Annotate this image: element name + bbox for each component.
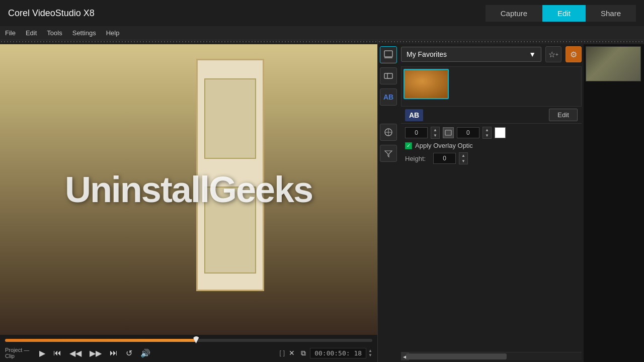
height-value[interactable]: 0 — [433, 153, 456, 164]
scrubber-bar[interactable] — [5, 339, 372, 342]
title-bar: Corel VideoStudio X8 Capture Edit Share — [0, 0, 644, 26]
spinner-row-1: 0 ▲ ▼ 0 ▲ ▼ — [405, 127, 578, 139]
repeat-button[interactable]: ↺ — [124, 347, 134, 359]
dots-strip-right — [378, 40, 644, 44]
aspect-icon[interactable] — [443, 127, 454, 138]
edit-button[interactable]: Edit — [549, 109, 578, 121]
panel-icon-column: AB — [378, 44, 399, 362]
plus-icon: + — [555, 52, 558, 57]
title-icon-btn[interactable]: AB — [380, 88, 397, 106]
spinner-value-1[interactable]: 0 — [405, 127, 428, 138]
apply-overlay-label: Apply Overlay Optic — [415, 142, 473, 149]
spinner-up-2[interactable]: ▲ — [483, 127, 491, 133]
door-panel-top — [204, 78, 256, 159]
thumbnail-image-0 — [405, 70, 448, 98]
tab-share[interactable]: Share — [586, 5, 636, 22]
menu-file[interactable]: File — [5, 29, 16, 37]
filter-icon-btn[interactable] — [380, 145, 397, 162]
side-thumb-0[interactable] — [586, 46, 641, 81]
spinner-down-1[interactable]: ▼ — [431, 133, 439, 138]
controls-strip: Project — Clip ▶ ⏮ ◀◀ ▶▶ ⏭ ↺ 🔊 [ ] ✕ ⧉ 0… — [0, 335, 377, 362]
copy-button[interactable]: ⧉ — [299, 348, 308, 358]
door-panel-bottom — [204, 187, 256, 274]
svg-rect-5 — [445, 130, 451, 135]
right-content: My Favorites ▼ ☆ + ⚙ — [399, 44, 584, 362]
nav-tabs: Capture Edit Share — [486, 5, 636, 22]
media-icon-btn[interactable] — [380, 46, 397, 63]
right-panel-inner: AB — [378, 44, 644, 362]
left-panel: UninstallGeeks Project — Clip ▶ ⏮ ◀◀ ▶▶ … — [0, 40, 377, 362]
bracket-end: ] — [283, 349, 285, 356]
menu-tools[interactable]: Tools — [47, 29, 62, 37]
timecode-up[interactable]: ▲ — [368, 348, 372, 353]
height-row: Height: 0 ▲ ▼ — [405, 152, 578, 164]
main-layout: UninstallGeeks Project — Clip ▶ ⏮ ◀◀ ▶▶ … — [0, 40, 644, 362]
spinner-arrows-2: ▲ ▼ — [482, 127, 492, 139]
apply-overlay-row: ✓ Apply Overlay Optic — [405, 142, 578, 149]
overlay-section: 0 ▲ ▼ 0 ▲ ▼ — [401, 123, 582, 167]
scrubber-fill — [5, 339, 196, 342]
thumbnails-area — [401, 66, 582, 107]
thumbnail-item-0[interactable] — [404, 69, 449, 99]
gear-icon: ⚙ — [570, 50, 577, 59]
step-back-button[interactable]: ◀◀ — [67, 347, 84, 359]
svg-rect-3 — [387, 73, 392, 78]
play-button[interactable]: ▶ — [37, 347, 47, 359]
menu-edit[interactable]: Edit — [26, 29, 37, 37]
height-down[interactable]: ▼ — [459, 158, 467, 164]
star-icon: ☆ — [548, 50, 555, 59]
star-icon-btn[interactable]: ☆ + — [545, 46, 561, 62]
ab-label: AB — [405, 109, 423, 121]
favorites-dropdown[interactable]: My Favorites ▼ — [401, 47, 541, 62]
menu-settings[interactable]: Settings — [72, 29, 96, 37]
dots-strip-top — [0, 40, 377, 44]
video-preview: UninstallGeeks — [0, 44, 377, 335]
app-title: Corel VideoStudio X8 — [8, 8, 95, 19]
rewind-to-start-button[interactable]: ⏮ — [51, 347, 63, 358]
apply-overlay-checkbox[interactable]: ✓ — [405, 142, 412, 149]
delete-button[interactable]: ✕ — [287, 348, 297, 358]
menu-help[interactable]: Help — [106, 29, 120, 37]
timecode-down[interactable]: ▼ — [368, 353, 372, 357]
scrollbar-thumb[interactable] — [406, 353, 507, 359]
menu-bar: File Edit Tools Settings Help — [0, 26, 644, 40]
room-door — [196, 59, 264, 291]
color-swatch[interactable] — [495, 127, 506, 138]
favorites-label: My Favorites — [407, 50, 447, 58]
project-label: Project — — [5, 347, 29, 353]
right-scrollbar[interactable]: ◀ — [401, 352, 582, 360]
timecode-display: 00:00:50: 18 — [310, 348, 366, 358]
height-up[interactable]: ▲ — [459, 153, 467, 158]
settings-icon-btn[interactable]: ⚙ — [566, 46, 582, 62]
spinner-arrows-1: ▲ ▼ — [431, 127, 440, 139]
side-thumb-image-0 — [586, 47, 640, 81]
spinner-up-1[interactable]: ▲ — [431, 127, 439, 133]
right-panel: AB — [377, 40, 644, 362]
spinner-value-2[interactable]: 0 — [457, 127, 479, 138]
playback-controls: Project — Clip ▶ ⏮ ◀◀ ▶▶ ⏭ ↺ 🔊 [ ] ✕ ⧉ 0… — [5, 346, 372, 360]
favorites-header: My Favorites ▼ ☆ + ⚙ — [401, 46, 582, 62]
height-arrows: ▲ ▼ — [459, 152, 468, 164]
svg-rect-0 — [384, 51, 392, 57]
clip-label: Clip — [5, 353, 29, 359]
height-label: Height: — [405, 155, 430, 162]
room-background — [0, 44, 377, 335]
spinner-down-2[interactable]: ▼ — [483, 133, 491, 138]
transition-icon-btn[interactable] — [380, 124, 397, 141]
ab-label-row: AB Edit — [401, 107, 582, 123]
tab-edit[interactable]: Edit — [542, 5, 586, 22]
right-thumbnail-column — [584, 44, 644, 362]
bracket-start: [ — [279, 349, 281, 356]
overlay-icon-btn[interactable] — [380, 67, 397, 84]
volume-button[interactable]: 🔊 — [138, 347, 152, 359]
chevron-down-icon: ▼ — [529, 50, 536, 58]
tab-capture[interactable]: Capture — [486, 5, 542, 22]
spacer — [380, 110, 397, 120]
step-forward-button[interactable]: ▶▶ — [88, 347, 104, 359]
skip-to-end-button[interactable]: ⏭ — [108, 347, 120, 358]
